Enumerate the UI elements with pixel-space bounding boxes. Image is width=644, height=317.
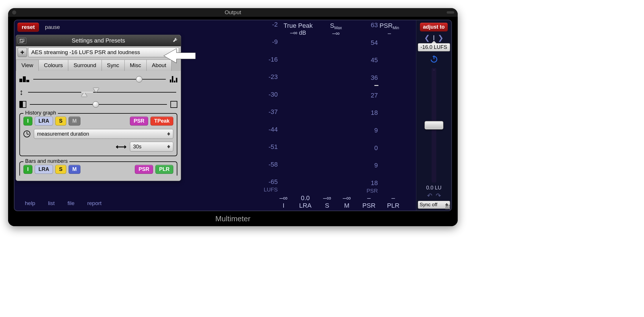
gain-slider[interactable] bbox=[432, 68, 436, 183]
view-tab-body: ↕ bbox=[16, 71, 181, 181]
spinner-icon bbox=[167, 145, 170, 148]
target-marker-icon bbox=[374, 85, 378, 86]
history-legend: History graph bbox=[23, 110, 58, 116]
readout-lra: 0.0LRA bbox=[299, 194, 312, 209]
chip2-i[interactable]: I bbox=[23, 165, 32, 174]
vertical-range-icon: ↕ bbox=[19, 88, 23, 97]
reset-button[interactable]: reset bbox=[17, 23, 39, 32]
close-icon[interactable] bbox=[12, 10, 16, 14]
chip-s[interactable]: S bbox=[55, 117, 66, 126]
readouts: –∞I 0.0LRA –∞S –∞M –PSR –PLR bbox=[279, 194, 400, 209]
chip-lra[interactable]: LRA bbox=[35, 117, 53, 126]
tab-misc[interactable]: Misc bbox=[124, 60, 147, 71]
history-graph-group: History graph I LRA S M PSR TPeak bbox=[19, 113, 177, 156]
duration-mode-value: measurement duration bbox=[37, 131, 89, 137]
right-axis: 63 54 45 36 27 18 9 0 9 18PSR bbox=[366, 21, 378, 194]
chip2-plr[interactable]: PLR bbox=[155, 165, 173, 174]
footer-title: Multimeter bbox=[14, 211, 452, 226]
adjust-to-button[interactable]: adjust to bbox=[420, 23, 448, 32]
clock-icon bbox=[23, 130, 30, 137]
graph-canvas: reset pause Settings and Presets bbox=[14, 20, 416, 211]
spinner-icon bbox=[167, 132, 170, 136]
left-axis: -2 -9 -16 -23 -30 -37 -44 -51 -58 -65LUF… bbox=[263, 21, 278, 193]
svg-rect-0 bbox=[19, 40, 23, 43]
duration-mode-select[interactable]: measurement duration bbox=[34, 129, 173, 139]
svg-marker-2 bbox=[164, 49, 196, 63]
titlebar-pill-icon bbox=[447, 11, 454, 14]
settings-tabs: View Colours Surround Sync Misc About bbox=[16, 60, 181, 71]
narrow-bars-icon bbox=[170, 76, 177, 82]
readout-s: –∞S bbox=[323, 194, 331, 209]
settings-header: Settings and Presets bbox=[16, 35, 181, 46]
target-readout[interactable]: -16.0 LUFS bbox=[418, 43, 450, 51]
tab-colours[interactable]: Colours bbox=[38, 60, 68, 71]
wide-bars-icon bbox=[19, 76, 29, 82]
preset-select[interactable]: AES streaming -16 LUFS PSR and loudness bbox=[28, 47, 179, 57]
power-icon[interactable] bbox=[430, 55, 438, 65]
preset-value: AES streaming -16 LUFS PSR and loudness bbox=[31, 49, 140, 56]
contrast-slider[interactable] bbox=[30, 104, 167, 105]
empty-box-icon bbox=[170, 101, 177, 108]
next-target-icon[interactable]: ❯ bbox=[438, 34, 444, 42]
chip2-m[interactable]: M bbox=[69, 165, 80, 174]
bars-legend: Bars and numbers bbox=[23, 158, 69, 164]
chip2-lra[interactable]: LRA bbox=[35, 165, 53, 174]
chip-i[interactable]: I bbox=[23, 117, 32, 126]
bars-numbers-group: Bars and numbers I LRA S M PSR PLR bbox=[19, 161, 177, 176]
plugin-body: reset pause Settings and Presets bbox=[14, 20, 452, 211]
tab-view[interactable]: View bbox=[16, 60, 39, 71]
tab-sync[interactable]: Sync bbox=[102, 60, 125, 71]
callout-arrow-icon bbox=[164, 48, 196, 65]
link-file[interactable]: file bbox=[67, 200, 74, 207]
sync-value: Sync off bbox=[420, 202, 437, 208]
settings-panel: Settings and Presets + AES streaming -16… bbox=[16, 35, 181, 181]
titlebar[interactable]: Output bbox=[8, 8, 458, 17]
bar-width-slider[interactable] bbox=[33, 79, 166, 80]
range-slider[interactable] bbox=[28, 92, 176, 93]
undo-icon[interactable]: ↶ bbox=[427, 192, 432, 200]
resize-grip-icon[interactable] bbox=[446, 205, 450, 209]
chip2-psr[interactable]: PSR bbox=[135, 165, 153, 174]
readout-i: –∞I bbox=[279, 194, 288, 209]
duration-select[interactable]: 30s bbox=[130, 142, 173, 152]
stat-psrmin: PSRMin – bbox=[380, 22, 399, 37]
horizontal-arrow-icon: ⟷ bbox=[116, 142, 126, 151]
header-stats: True Peak –∞ dB SMax –∞ PSRMin – bbox=[284, 22, 399, 37]
chip-m[interactable]: M bbox=[69, 117, 80, 126]
pause-button[interactable]: pause bbox=[45, 24, 60, 30]
half-fill-icon bbox=[19, 101, 26, 108]
window-title: Output bbox=[225, 9, 241, 16]
stat-truepeak: True Peak –∞ dB bbox=[284, 22, 313, 37]
sync-select[interactable]: Sync off bbox=[418, 201, 450, 209]
lu-readout: 0.0 LU bbox=[426, 185, 441, 191]
readout-plr: –PLR bbox=[387, 194, 400, 209]
chip-psr[interactable]: PSR bbox=[130, 117, 148, 126]
stat-smax: SMax –∞ bbox=[330, 22, 342, 37]
duplicate-window-icon[interactable] bbox=[18, 38, 26, 44]
add-preset-button[interactable]: + bbox=[18, 48, 27, 57]
settings-title: Settings and Presets bbox=[72, 37, 125, 44]
chip2-s[interactable]: S bbox=[55, 165, 66, 174]
wrench-icon[interactable] bbox=[172, 37, 178, 44]
bottom-links: help list file report bbox=[25, 200, 102, 207]
readout-m: –∞M bbox=[343, 194, 351, 209]
link-list[interactable]: list bbox=[48, 200, 55, 207]
chip-tpeak[interactable]: TPeak bbox=[150, 117, 173, 126]
readout-psr: –PSR bbox=[363, 194, 376, 209]
tab-surround[interactable]: Surround bbox=[68, 60, 102, 71]
link-report[interactable]: report bbox=[87, 200, 102, 207]
main: reset pause Settings and Presets bbox=[8, 17, 458, 226]
plugin-window: Output reset pause Settings and Presets bbox=[8, 8, 458, 226]
side-column: adjust to ❮ I ❯ -16.0 LUFS 0.0 LU ↶ ↷ bbox=[416, 20, 451, 211]
svg-rect-1 bbox=[21, 39, 24, 42]
prev-target-icon[interactable]: ❮ bbox=[424, 34, 430, 42]
link-help[interactable]: help bbox=[25, 200, 35, 207]
duration-value: 30s bbox=[133, 144, 141, 150]
redo-icon[interactable]: ↷ bbox=[436, 192, 441, 200]
